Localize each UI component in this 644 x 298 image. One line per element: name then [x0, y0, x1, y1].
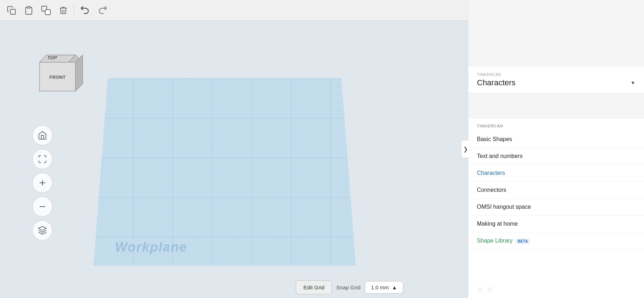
workplane-label: Workplane [115, 240, 187, 255]
star-row: ☆ ☆ [468, 285, 644, 294]
shape-category-item[interactable]: Connectors [468, 182, 644, 199]
star-icon-1[interactable]: ☆ [477, 285, 484, 294]
collapse-icon: ❯ [463, 146, 468, 153]
camera-controls [32, 125, 52, 240]
beta-badge: BETA [516, 239, 530, 244]
bottom-bar: Edit Grid Snap Grid 1.0 mm ▲ [296, 280, 403, 294]
shape-category-item[interactable]: Making at home [468, 216, 644, 232]
right-panel: ❯ Tinkercad Characters ▼ TINKERCAD Basic… [468, 0, 644, 298]
zoom-in-button[interactable] [32, 173, 52, 193]
svg-rect-3 [45, 9, 50, 14]
shape-category-item[interactable]: Characters [468, 165, 644, 182]
shapes-list: TINKERCAD Basic ShapesText and numbersCh… [468, 119, 644, 298]
snap-grid-label: Snap Grid [336, 284, 361, 290]
toolbar-separator-1 [74, 5, 74, 16]
viewport-cube[interactable]: TOP FRONT [32, 48, 90, 113]
copy-button[interactable] [4, 3, 19, 18]
shape-category-item[interactable]: Basic Shapes [468, 131, 644, 148]
snap-grid-value-text: 1.0 mm [371, 284, 389, 290]
svg-rect-0 [10, 9, 15, 14]
snap-grid-arrow: ▲ [392, 284, 397, 290]
viewport: TOP FRONT [0, 21, 525, 298]
svg-rect-44 [93, 78, 356, 266]
paste-button[interactable] [21, 3, 37, 18]
undo-button[interactable] [77, 3, 93, 18]
dropdown-arrow-icon: ▼ [630, 80, 635, 86]
3d-view-button[interactable] [32, 220, 52, 240]
category-section-label: Tinkercad [477, 72, 635, 77]
workplane: Workplane [93, 78, 356, 266]
fit-view-button[interactable] [32, 149, 52, 169]
svg-text:TOP: TOP [46, 55, 58, 60]
redo-button[interactable] [95, 3, 110, 18]
shapes-section-header: TINKERCAD [468, 119, 644, 131]
snap-grid-dropdown[interactable]: 1.0 mm ▲ [365, 281, 403, 294]
shapes-items-container: Basic ShapesText and numbersCharactersCo… [468, 131, 644, 249]
shape-category-item[interactable]: OMSI hangout space [468, 199, 644, 216]
category-dropdown[interactable]: Tinkercad Characters ▼ [468, 67, 644, 94]
shape-category-item[interactable]: Shape LibraryBETA [468, 232, 644, 249]
zoom-out-button[interactable] [32, 197, 52, 217]
edit-grid-button[interactable]: Edit Grid [296, 280, 332, 294]
svg-text:FRONT: FRONT [50, 74, 66, 80]
delete-button[interactable] [55, 3, 71, 18]
collapse-panel-button[interactable]: ❯ [461, 140, 470, 158]
home-view-button[interactable] [32, 125, 52, 145]
selected-category-text: Characters [477, 78, 516, 87]
svg-rect-1 [27, 6, 31, 8]
star-icon-2[interactable]: ☆ [487, 285, 494, 294]
category-value: Characters ▼ [477, 78, 635, 87]
duplicate-button[interactable] [38, 3, 54, 18]
shape-category-item[interactable]: Text and numbers [468, 148, 644, 165]
